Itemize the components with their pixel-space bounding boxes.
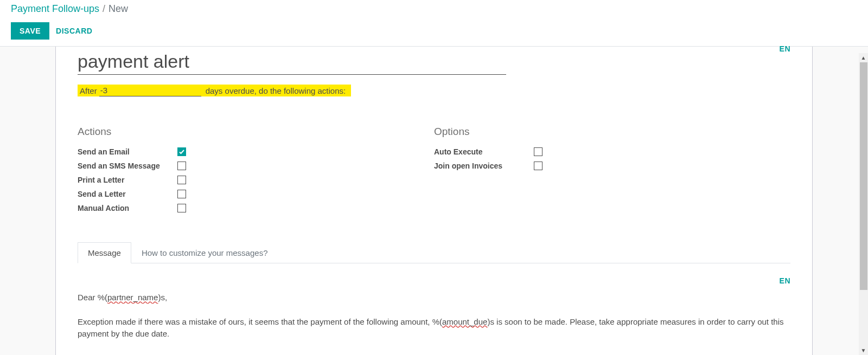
- after-prefix: After: [78, 85, 99, 96]
- options-column: Options Auto Execute Join open Invoices: [434, 126, 790, 218]
- tabs: Message How to customize your messages?: [78, 242, 790, 263]
- send-letter-checkbox[interactable]: [177, 190, 186, 198]
- actions-column: Actions Send an Email Send an SMS Messag…: [78, 126, 434, 218]
- after-suffix: days overdue, do the following actions:: [206, 85, 349, 96]
- name-input[interactable]: [78, 50, 506, 75]
- send-letter-label: Send a Letter: [78, 190, 177, 198]
- send-email-checkbox[interactable]: [177, 147, 186, 156]
- after-row: After days overdue, do the following act…: [78, 85, 790, 96]
- discard-button[interactable]: DISCARD: [56, 27, 92, 35]
- join-invoices-checkbox[interactable]: [534, 162, 542, 170]
- scroll-down-icon[interactable]: ▼: [859, 346, 868, 355]
- message-body: Exception made if there was a mistake of…: [78, 316, 790, 340]
- tab-howto[interactable]: How to customize your messages?: [131, 242, 278, 263]
- join-invoices-label: Join open Invoices: [434, 162, 534, 170]
- lang-badge-message[interactable]: EN: [780, 276, 790, 285]
- print-letter-label: Print a Letter: [78, 176, 177, 184]
- manual-action-checkbox[interactable]: [177, 204, 186, 212]
- auto-execute-checkbox[interactable]: [534, 147, 542, 156]
- scroll-track[interactable]: [859, 62, 868, 346]
- manual-action-label: Manual Action: [78, 204, 177, 212]
- message-area[interactable]: EN Dear %(partner_name)s, Exception made…: [78, 263, 790, 340]
- send-email-label: Send an Email: [78, 147, 177, 156]
- lang-badge[interactable]: EN: [780, 44, 790, 53]
- breadcrumb-root-link[interactable]: Payment Follow-ups: [11, 3, 99, 15]
- breadcrumb-current: New: [108, 3, 128, 15]
- auto-execute-label: Auto Execute: [434, 147, 534, 156]
- send-sms-label: Send an SMS Message: [78, 162, 177, 170]
- scroll-up-icon[interactable]: ▲: [859, 53, 868, 62]
- save-button[interactable]: SAVE: [11, 22, 49, 40]
- scrollbar[interactable]: ▲ ▼: [859, 53, 868, 355]
- message-greeting: Dear %(partner_name)s,: [78, 292, 790, 304]
- scroll-thumb[interactable]: [860, 62, 867, 290]
- breadcrumb: Payment Follow-ups / New: [11, 2, 857, 16]
- print-letter-checkbox[interactable]: [177, 176, 186, 184]
- days-input[interactable]: [99, 85, 201, 96]
- options-heading: Options: [434, 126, 790, 138]
- send-sms-checkbox[interactable]: [177, 162, 186, 170]
- breadcrumb-sep: /: [103, 3, 105, 15]
- tab-message[interactable]: Message: [78, 242, 131, 263]
- form-sheet: EN After days overdue, do the following …: [55, 47, 813, 355]
- actions-heading: Actions: [78, 126, 434, 138]
